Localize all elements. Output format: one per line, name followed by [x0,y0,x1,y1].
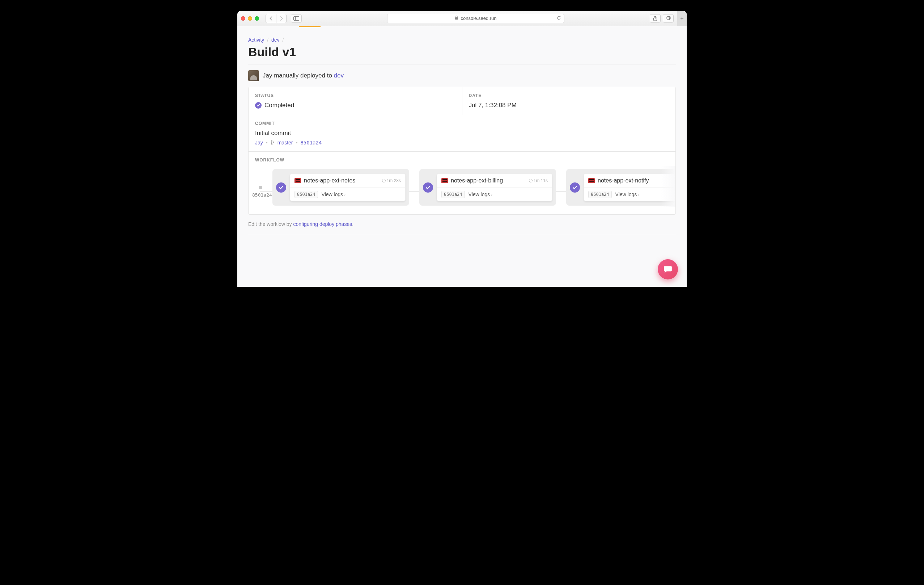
view-logs-link[interactable]: View logs› [615,192,639,197]
workflow-card[interactable]: notes-app-ext-notes 1m 23s 8501a24 [290,174,406,201]
commit-author-link[interactable]: Jay [255,140,263,145]
tabs-button[interactable] [663,14,674,23]
chevron-right-icon: › [344,192,345,197]
svg-point-7 [271,144,272,145]
service-name: notes-app-ext-notes [304,177,355,184]
service-name: notes-app-ext-notify [598,177,649,184]
workflow-start: 8501a24 [259,186,262,189]
page-title: Build v1 [248,45,676,59]
duration: 1m 23s [382,178,401,183]
breadcrumb-stage[interactable]: dev [271,37,280,43]
workflow-card[interactable]: notes-app-ext-billing 1m 11s 8501a24 [437,174,553,201]
workflow-section: WORKFLOW 8501a24 [249,151,675,214]
svg-rect-4 [666,17,670,20]
chevron-right-icon: › [491,192,492,197]
sha-pill: 8501a24 [588,191,612,198]
new-tab-button[interactable]: + [677,11,687,26]
check-circle-icon [570,182,580,193]
commit-label: COMMIT [255,121,669,126]
sha-pill: 8501a24 [294,191,318,198]
service-name: notes-app-ext-billing [451,177,503,184]
workflow-track: 8501a24 notes-app-ext-notes [255,169,669,206]
date-cell: DATE Jul 7, 1:32:08 PM [462,87,676,115]
svg-rect-2 [455,17,458,20]
branch-icon [271,140,275,145]
address-bar[interactable]: console.seed.run [387,14,564,23]
configure-phases-link[interactable]: configuring deploy phases [294,221,352,227]
active-nav-indicator [299,26,320,27]
chat-button[interactable] [658,259,678,279]
duration: 1m 11s [529,178,548,183]
serverless-icon [294,178,301,183]
breadcrumb: Activity / dev / [248,37,676,43]
deploy-target-link[interactable]: dev [334,72,344,79]
browser-toolbar: console.seed.run + [237,11,687,26]
minimize-window-button[interactable] [248,16,252,21]
commit-meta: Jay • master • 8501a24 [255,140,669,145]
view-logs-link[interactable]: View logs› [469,192,492,197]
page: Activity / dev / Build v1 Jay manually d… [237,26,687,287]
share-button[interactable] [650,14,661,23]
workflow-start-sha: 8501a24 [252,192,272,198]
nav-buttons [266,14,287,23]
forward-button[interactable] [276,14,286,23]
deploy-summary: Jay manually deployed to dev [248,70,676,81]
divider [248,235,676,235]
build-info-card: STATUS Completed DATE Jul 7, 1:32:08 PM [248,87,676,215]
status-value: Completed [264,102,294,109]
toolbar-right: + [650,14,683,23]
serverless-icon [441,178,448,183]
workflow-step: notes-app-ext-notes 1m 23s 8501a24 [272,169,409,206]
close-window-button[interactable] [241,16,245,21]
workflow-start-dot [259,186,262,189]
clock-icon [382,179,386,182]
svg-rect-0 [294,16,299,20]
workflow-step: notes-app-ext-notify 1m 10s 8501a24 [566,169,675,206]
commit-branch-link[interactable]: master [277,140,293,145]
commit-message: Initial commit [255,130,669,137]
deploy-text: Jay manually deployed to dev [262,72,344,79]
commit-sha-link[interactable]: 8501a24 [300,140,322,145]
workflow-hint: Edit the worklow by configuring deploy p… [248,221,676,227]
view-logs-link[interactable]: View logs› [322,192,345,197]
window-controls [241,16,259,21]
avatar [248,70,259,81]
url-text: console.seed.run [460,16,497,21]
scroll-fade [661,166,675,207]
sha-pill: 8501a24 [441,191,465,198]
divider [248,64,676,64]
workflow-label: WORKFLOW [255,157,669,162]
date-value: Jul 7, 1:32:08 PM [469,102,669,109]
status-cell: STATUS Completed [249,87,462,115]
browser-window: console.seed.run + Activity / dev / [237,11,687,287]
reload-button[interactable] [556,16,561,21]
lock-icon [455,16,459,21]
commit-section: COMMIT Initial commit Jay • master • 850… [249,115,675,151]
check-circle-icon [276,182,286,193]
svg-point-8 [273,141,274,142]
svg-point-6 [271,140,272,142]
chevron-right-icon: › [638,192,639,197]
svg-rect-5 [667,16,670,19]
zoom-window-button[interactable] [255,16,259,21]
workflow-step: notes-app-ext-billing 1m 11s 8501a24 [419,169,556,206]
sidebar-toggle-button[interactable] [291,14,302,23]
date-label: DATE [469,93,669,98]
serverless-icon [588,178,595,183]
back-button[interactable] [266,14,276,23]
check-circle-icon [423,182,433,193]
status-label: STATUS [255,93,455,98]
check-circle-icon [255,102,262,109]
breadcrumb-activity[interactable]: Activity [248,37,264,43]
clock-icon [529,179,533,182]
